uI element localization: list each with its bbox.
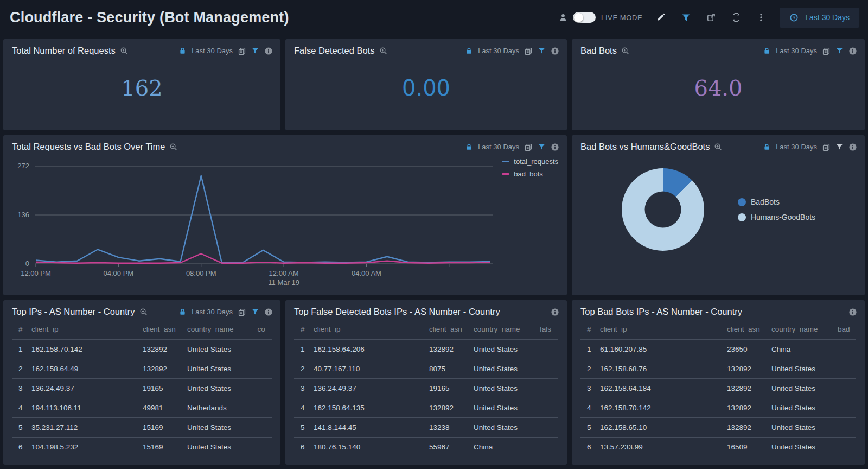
panel-title: Total Requests vs Bad Bots Over Time xyxy=(12,142,165,152)
table-cell: United States xyxy=(187,379,253,398)
panel-time-range: Last 30 Days xyxy=(478,47,519,55)
time-range-button[interactable]: Last 30 Days xyxy=(780,8,859,28)
toggle-knob[interactable] xyxy=(574,13,583,22)
live-mode-control: LIVE MODE xyxy=(559,12,642,23)
legend-swatch xyxy=(738,213,746,221)
copy-icon[interactable] xyxy=(238,47,246,55)
table-row: 4194.113.106.1149981Netherlands xyxy=(12,398,272,418)
header-toolbar: LIVE MODE Last 30 Days xyxy=(559,8,859,28)
panel-title: Total Number of Requests xyxy=(12,46,116,56)
funnel-icon[interactable] xyxy=(251,47,259,55)
table-cell: China xyxy=(474,438,540,457)
panel-requests-vs-badbots-chart: Total Requests vs Bad Bots Over Time Las… xyxy=(3,135,567,295)
table-cell: 61.160.207.85 xyxy=(600,340,727,359)
legend-item-bad-bots: bad_bots xyxy=(502,170,558,178)
info-icon[interactable] xyxy=(848,143,857,151)
table-cell: 49981 xyxy=(143,398,187,418)
table-cell: 3 xyxy=(12,379,31,398)
info-icon[interactable] xyxy=(551,308,559,316)
info-icon[interactable] xyxy=(551,47,559,55)
table-cell: United States xyxy=(474,398,540,418)
info-icon[interactable] xyxy=(264,47,273,55)
panel-badbots-vs-humans: Bad Bots vs Humans&GoodBots Last 30 Days… xyxy=(572,135,865,295)
copy-icon[interactable] xyxy=(238,308,246,316)
info-icon[interactable] xyxy=(264,308,273,316)
info-icon[interactable] xyxy=(848,47,857,55)
table-cell xyxy=(253,340,272,359)
table-cell xyxy=(540,418,558,438)
metric-value: 162 xyxy=(3,58,280,118)
table-cell: 136.24.49.37 xyxy=(31,379,143,398)
filter-button[interactable] xyxy=(679,11,693,24)
top-false-bots-table: #client_ipclient_asncountry_namefals1162… xyxy=(294,321,558,457)
copy-icon[interactable] xyxy=(524,47,533,55)
table-cell: United States xyxy=(187,359,253,379)
table-cell: 5 xyxy=(294,418,314,438)
table-cell: 132892 xyxy=(727,398,771,418)
table-cell: United States xyxy=(474,340,540,359)
table-cell: 104.198.5.232 xyxy=(31,438,143,457)
table-row: 2162.158.64.49132892United States xyxy=(12,359,272,379)
x-axis-tick-label: 08:00 PM xyxy=(186,269,216,277)
live-mode-label: LIVE MODE xyxy=(601,14,642,22)
funnel-icon[interactable] xyxy=(835,47,844,55)
refresh-icon xyxy=(732,13,741,22)
dashboard-grid: Total Number of Requests Last 30 Days 16… xyxy=(0,35,868,469)
info-icon[interactable] xyxy=(551,143,559,151)
legend-item-badbots: BadBots xyxy=(738,198,815,206)
zoom-in-icon[interactable] xyxy=(120,47,128,55)
zoom-in-icon[interactable] xyxy=(169,143,177,151)
column-header: client_ip xyxy=(600,321,727,340)
user-icon xyxy=(559,13,567,22)
column-header: country_name xyxy=(771,321,838,340)
info-icon[interactable] xyxy=(848,308,857,316)
edit-dashboard-button[interactable] xyxy=(654,11,667,24)
funnel-icon[interactable] xyxy=(835,143,844,151)
table-row: 5141.8.144.4513238United States xyxy=(294,418,558,438)
table-cell xyxy=(540,340,558,359)
metric-value: 0.00 xyxy=(285,58,567,118)
zoom-in-icon[interactable] xyxy=(139,308,148,316)
table-cell xyxy=(838,438,856,457)
table-cell: 6 xyxy=(294,438,314,457)
panel-title: False Detected Bots xyxy=(294,46,375,56)
table-row: 535.231.27.11215169United States xyxy=(12,418,272,438)
table-cell: 19165 xyxy=(429,379,474,398)
panel-time-range: Last 30 Days xyxy=(192,47,233,55)
panel-title: Bad Bots vs Humans&GoodBots xyxy=(580,142,710,152)
refresh-button[interactable] xyxy=(730,11,743,24)
more-options-button[interactable] xyxy=(755,11,768,24)
table-cell xyxy=(838,379,856,398)
copy-icon[interactable] xyxy=(822,47,831,55)
table-cell: 13.57.233.99 xyxy=(600,438,727,457)
copy-icon[interactable] xyxy=(524,143,533,151)
copy-icon[interactable] xyxy=(822,143,831,151)
table-cell: 5 xyxy=(12,418,31,438)
table-cell: 132892 xyxy=(429,398,474,418)
table-cell xyxy=(838,359,856,379)
zoom-in-icon[interactable] xyxy=(621,47,629,55)
x-axis-tick-label: 04:00 PM xyxy=(104,269,134,277)
funnel-icon[interactable] xyxy=(538,47,546,55)
table-cell: 141.8.144.45 xyxy=(314,418,429,438)
funnel-icon[interactable] xyxy=(251,308,259,316)
table-cell: 162.158.64.206 xyxy=(314,340,429,359)
legend-swatch xyxy=(738,198,746,206)
table-cell: 4 xyxy=(294,398,314,418)
column-header: fals xyxy=(540,321,558,340)
table-row: 1162.158.64.206132892United States xyxy=(294,340,558,359)
zoom-in-icon[interactable] xyxy=(379,47,387,55)
table-cell: 2 xyxy=(580,359,600,379)
table-cell: 1 xyxy=(12,340,31,359)
funnel-icon[interactable] xyxy=(538,143,546,151)
table-cell: United States xyxy=(771,398,838,418)
donut-legend: BadBots Humans-GoodBots xyxy=(738,198,815,221)
zoom-in-icon[interactable] xyxy=(714,143,722,151)
table-cell: 194.113.106.11 xyxy=(31,398,143,418)
live-mode-toggle[interactable] xyxy=(573,12,596,23)
share-button[interactable] xyxy=(705,11,718,24)
series-total_requests xyxy=(36,176,490,263)
table-cell: United States xyxy=(771,359,838,379)
table-cell: 8075 xyxy=(429,359,474,379)
table-row: 5162.158.65.10132892United States xyxy=(580,418,856,438)
